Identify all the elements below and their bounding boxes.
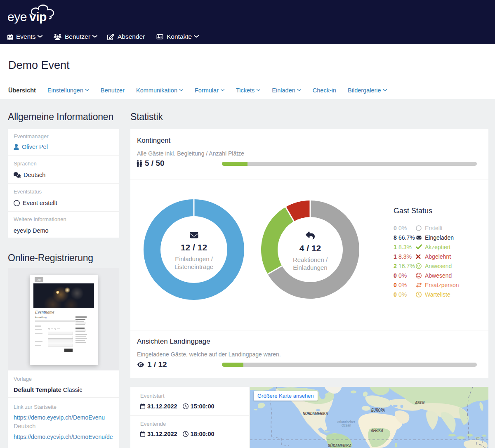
svg-text:Ozean: Ozean [342, 423, 351, 427]
svg-text:EUROPA: EUROPA [371, 408, 385, 413]
svg-text:SÜDAMERIKA: SÜDAMERIKA [328, 443, 351, 448]
svg-text:AFRIKA: AFRIKA [370, 428, 383, 433]
svg-text:ASIEN: ASIEN [415, 400, 424, 405]
svg-text:eye: eye [8, 10, 27, 24]
svg-text:NORDAMERIKA: NORDAMERIKA [303, 411, 328, 416]
